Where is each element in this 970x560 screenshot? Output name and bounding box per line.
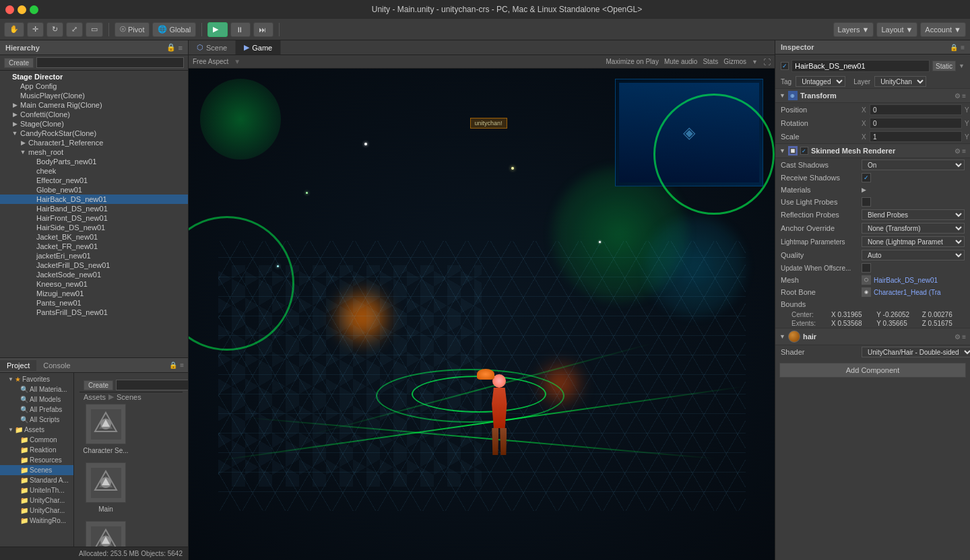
hierarchy-item[interactable]: Effector_new01 [0, 176, 188, 185]
asset-item[interactable]: Main [82, 462, 129, 513]
project-sidebar-item[interactable]: 📁Common [0, 435, 73, 445]
hierarchy-item[interactable]: PantsFrill_DS_new01 [0, 308, 188, 317]
move-tool[interactable]: ✛ [27, 22, 44, 37]
hair-material-section[interactable]: ▼ hair ⚙ ≡ [775, 328, 970, 345]
project-sidebar-item[interactable]: 📁Reaktion [0, 445, 73, 455]
pause-button[interactable]: ⏸ [230, 22, 251, 37]
rect-tool[interactable]: ▭ [86, 22, 103, 37]
skinned-enabled-checkbox[interactable]: ✓ [800, 147, 808, 155]
cast-shadows-dropdown[interactable]: On [862, 160, 965, 170]
layers-dropdown[interactable]: Layers ▼ [833, 22, 874, 37]
add-component-button[interactable]: Add Component [779, 363, 966, 378]
hierarchy-item[interactable]: jacketEri_new01 [0, 251, 188, 260]
project-create-btn[interactable]: Create [84, 380, 113, 390]
project-sidebar-item[interactable]: ▼📁Assets [0, 425, 73, 435]
maximize-on-play-btn[interactable]: Maximize on Play [606, 58, 659, 65]
rotate-tool[interactable]: ↻ [46, 22, 63, 37]
pos-x-field[interactable] [870, 104, 962, 115]
update-offscreen-checkbox[interactable] [862, 263, 871, 273]
hierarchy-item[interactable]: cheek [0, 166, 188, 176]
hierarchy-item[interactable]: HairFront_DS_new01 [0, 213, 188, 223]
account-dropdown[interactable]: Account ▼ [920, 22, 966, 37]
project-search-input[interactable] [116, 380, 188, 390]
quality-dropdown[interactable]: Auto [862, 250, 965, 260]
hierarchy-item[interactable]: App Config [0, 81, 188, 91]
expand-arrow-materials[interactable]: ▶ [862, 186, 866, 193]
maximize-icon[interactable]: ⛶ [763, 58, 771, 66]
mesh-name[interactable]: HairBack_DS_new01 [874, 277, 938, 284]
layer-select[interactable]: UnityChan [874, 76, 926, 87]
project-tab[interactable]: Project [0, 360, 36, 371]
use-light-probes-checkbox[interactable] [862, 197, 871, 207]
pivot-toggle[interactable]: ⦾ Pivot [115, 22, 150, 37]
static-button[interactable]: Static [932, 61, 956, 71]
project-sidebar-item[interactable]: 🔍All Scripts [0, 415, 73, 425]
root-bone-name[interactable]: Character1_Head (Tra [874, 289, 941, 296]
tag-select[interactable]: Untagged [796, 76, 845, 87]
hierarchy-search[interactable] [36, 57, 184, 68]
project-sidebar-item[interactable]: 📁UniteInTh... [0, 485, 73, 495]
hierarchy-item[interactable]: ▶Character1_Reference [0, 138, 188, 147]
stats-btn[interactable]: Stats [703, 58, 718, 65]
scene-tab[interactable]: ⬡ Scene [189, 40, 236, 55]
layout-dropdown[interactable]: Layout ▼ [876, 22, 917, 37]
hierarchy-item[interactable]: ▶Confetti(Clone) [0, 110, 188, 119]
free-aspect-btn[interactable]: Free Aspect [193, 58, 228, 65]
transform-section[interactable]: ▼ ⊕ Transform ⚙ ≡ [775, 88, 970, 103]
global-toggle[interactable]: 🌐 Global [152, 22, 196, 37]
skinned-mesh-section[interactable]: ▼ 🔲 ✓ Skinned Mesh Renderer ⚙ ≡ [775, 143, 970, 158]
breadcrumb-scenes[interactable]: Scenes [117, 393, 141, 401]
hierarchy-item[interactable]: Stage Director [0, 72, 188, 81]
close-button[interactable] [5, 5, 14, 14]
mute-audio-btn[interactable]: Mute audio [664, 58, 697, 65]
scale-x-field[interactable] [870, 131, 962, 142]
asset-item[interactable]: WaitingRoom [82, 521, 129, 547]
game-tab[interactable]: ▶ Game [236, 40, 281, 55]
maximize-button[interactable] [30, 5, 38, 14]
hierarchy-item[interactable]: HairBand_DS_new01 [0, 204, 188, 213]
project-sidebar-item[interactable]: 📁UnityChar... [0, 505, 73, 516]
gizmos-btn[interactable]: Gizmos [723, 58, 746, 65]
receive-shadows-checkbox[interactable]: ✓ [862, 173, 871, 182]
project-sidebar-item[interactable]: 🔍All Models [0, 394, 73, 405]
hierarchy-item[interactable]: Mizugi_new01 [0, 289, 188, 298]
hierarchy-item[interactable]: Pants_new01 [0, 298, 188, 308]
project-sidebar-item[interactable]: 📁UnityChar... [0, 495, 73, 505]
hierarchy-item[interactable]: HairBack_DS_new01 [0, 195, 188, 204]
project-sidebar-item[interactable]: 🔍All Prefabs [0, 405, 73, 415]
hierarchy-item[interactable]: JacketFrill_DS_new01 [0, 260, 188, 270]
project-sidebar-item[interactable]: ▼★Favorites [0, 374, 73, 384]
project-sidebar-item[interactable]: 📁Scenes [0, 465, 73, 475]
console-tab[interactable]: Console [36, 360, 77, 371]
hierarchy-item[interactable]: ▼CandyRockStar(Clone) [0, 129, 188, 138]
reflection-probes-dropdown[interactable]: Blend Probes [862, 209, 965, 220]
step-button[interactable]: ⏭ [253, 22, 273, 37]
scale-tool[interactable]: ⤢ [66, 22, 83, 37]
active-checkbox[interactable]: ✓ [781, 62, 789, 70]
hierarchy-item[interactable]: Kneeso_new01 [0, 279, 188, 289]
project-sidebar-item[interactable]: 📁WaitingRo... [0, 516, 73, 526]
project-sidebar-item[interactable]: 🔍All Materia... [0, 384, 73, 394]
play-button[interactable]: ▶ [207, 22, 228, 37]
anchor-override-dropdown[interactable]: None (Transform) [862, 223, 965, 234]
hierarchy-item[interactable]: BodyParts_new01 [0, 157, 188, 166]
hierarchy-item[interactable]: ▶Main Camera Rig(Clone) [0, 100, 188, 110]
hierarchy-item[interactable]: MusicPlayer(Clone) [0, 91, 188, 100]
hierarchy-item[interactable]: Jacket_FR_new01 [0, 242, 188, 251]
hierarchy-item[interactable]: HairSide_DS_new01 [0, 223, 188, 232]
shader-dropdown[interactable]: UnityChan/Hair - Double-sided [862, 347, 970, 357]
hierarchy-item[interactable]: JacketSode_new01 [0, 270, 188, 279]
hierarchy-item[interactable]: Globe_new01 [0, 185, 188, 195]
hierarchy-item[interactable]: ▶Stage(Clone) [0, 119, 188, 129]
breadcrumb-assets[interactable]: Assets [84, 393, 106, 401]
lightmap-dropdown[interactable]: None (Lightmap Paramet [862, 236, 965, 247]
project-sidebar-item[interactable]: 📁Standard A... [0, 475, 73, 485]
rot-x-field[interactable] [870, 118, 962, 129]
project-sidebar-item[interactable]: 📁Resources [0, 455, 73, 465]
hierarchy-item[interactable]: Jacket_BK_new01 [0, 232, 188, 242]
hierarchy-create-btn[interactable]: Create [4, 58, 34, 68]
hierarchy-item[interactable]: ▼mesh_root [0, 147, 188, 157]
hand-tool[interactable]: ✋ [4, 22, 24, 37]
object-name-field[interactable] [791, 60, 930, 72]
asset-item[interactable]: Character Se... [82, 404, 129, 454]
